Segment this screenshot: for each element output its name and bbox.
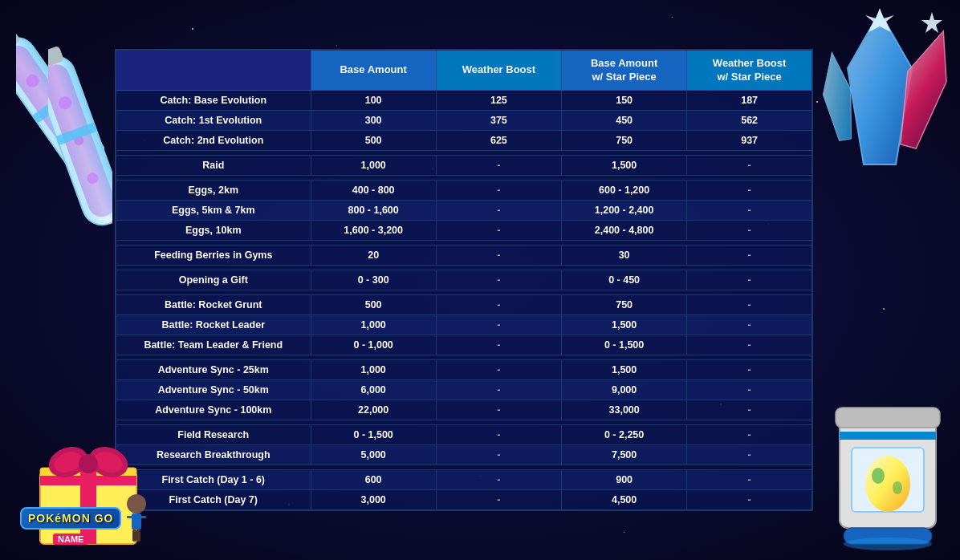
svg-rect-40 bbox=[140, 516, 146, 518]
cell-weather-star: - bbox=[687, 295, 812, 315]
cell-weather: - bbox=[436, 315, 561, 335]
cell-label: Battle: Rocket Grunt bbox=[116, 295, 311, 315]
table-row: Eggs, 10km 1,600 - 3,200 - 2,400 - 4,800… bbox=[116, 221, 812, 241]
cell-label: Adventure Sync - 25km bbox=[116, 360, 311, 380]
cell-base: 0 - 1,000 bbox=[311, 335, 436, 355]
svg-rect-21 bbox=[840, 432, 936, 440]
col-header-weather: Weather Boost bbox=[436, 50, 561, 91]
cell-weather-star: - bbox=[687, 470, 812, 490]
cell-base: 0 - 300 bbox=[311, 270, 436, 290]
cell-weather-star: - bbox=[687, 425, 812, 445]
cell-base-star: 1,500 bbox=[562, 315, 687, 335]
svg-point-23 bbox=[865, 456, 910, 512]
cell-weather-star: - bbox=[687, 360, 812, 380]
cell-base-star: 1,500 bbox=[562, 360, 687, 380]
table-row: Battle: Rocket Grunt 500 - 750 - bbox=[116, 295, 812, 315]
cell-label: Eggs, 10km bbox=[116, 221, 311, 241]
svg-rect-31 bbox=[40, 476, 136, 485]
table-row: Battle: Rocket Leader 1,000 - 1,500 - bbox=[116, 315, 812, 335]
svg-point-25 bbox=[893, 481, 902, 494]
cell-label: Eggs, 2km bbox=[116, 181, 311, 201]
cell-weather-star: - bbox=[687, 270, 812, 290]
cell-base-star: 900 bbox=[562, 470, 687, 490]
table-row: Eggs, 2km 400 - 800 - 600 - 1,200 - bbox=[116, 181, 812, 201]
table-row: First Catch (Day 7) 3,000 - 4,500 - bbox=[116, 490, 812, 511]
logo-name-label: NAME bbox=[53, 534, 88, 545]
cell-label: Opening a Gift bbox=[116, 270, 311, 290]
cell-base-star: 1,200 - 2,400 bbox=[562, 201, 687, 221]
col-header-activity bbox=[116, 50, 311, 91]
cell-base-star: 9,000 bbox=[562, 380, 687, 400]
table-row: Raid 1,000 - 1,500 - bbox=[116, 156, 812, 176]
cell-weather: - bbox=[436, 201, 561, 221]
table-row: Eggs, 5km & 7km 800 - 1,600 - 1,200 - 2,… bbox=[116, 201, 812, 221]
cell-weather: - bbox=[436, 490, 561, 511]
cell-weather: - bbox=[436, 181, 561, 201]
cell-label: Feeding Berries in Gyms bbox=[116, 246, 311, 266]
cell-base: 5,000 bbox=[311, 445, 436, 465]
cell-base-star: 450 bbox=[562, 111, 687, 131]
cell-base: 1,600 - 3,200 bbox=[311, 221, 436, 241]
cell-weather: 125 bbox=[436, 91, 561, 111]
cell-base: 1,000 bbox=[311, 315, 436, 335]
cell-base-star: 4,500 bbox=[562, 490, 687, 511]
cell-base-star: 30 bbox=[562, 246, 687, 266]
svg-rect-41 bbox=[132, 530, 136, 542]
stardust-table-container: Base Amount Weather Boost Base Amountw/ … bbox=[115, 49, 813, 512]
cell-weather-star: - bbox=[687, 445, 812, 465]
cell-weather: - bbox=[436, 360, 561, 380]
cell-base-star: 750 bbox=[562, 295, 687, 315]
stardust-table: Base Amount Weather Boost Base Amountw/ … bbox=[115, 49, 813, 512]
cell-base-star: 0 - 1,500 bbox=[562, 335, 687, 355]
cell-base-star: 600 - 1,200 bbox=[562, 181, 687, 201]
cell-base-star: 7,500 bbox=[562, 445, 687, 465]
cell-weather-star: - bbox=[687, 380, 812, 400]
table-row: Adventure Sync - 50km 6,000 - 9,000 - bbox=[116, 380, 812, 400]
cell-base: 0 - 1,500 bbox=[311, 425, 436, 445]
cell-weather-star: - bbox=[687, 490, 812, 511]
pokemongo-logo-area: POKéMON GO NAME bbox=[20, 507, 121, 546]
cell-weather: - bbox=[436, 425, 561, 445]
cell-base: 800 - 1,600 bbox=[311, 201, 436, 221]
svg-point-37 bbox=[127, 494, 146, 513]
table-row: Battle: Team Leader & Friend 0 - 1,000 -… bbox=[116, 335, 812, 355]
cell-base: 20 bbox=[311, 246, 436, 266]
cell-weather: - bbox=[436, 156, 561, 176]
table-header-row: Base Amount Weather Boost Base Amountw/ … bbox=[116, 50, 812, 91]
cell-label: Catch: 1st Evolution bbox=[116, 111, 311, 131]
col-header-base: Base Amount bbox=[311, 50, 436, 91]
cell-base: 6,000 bbox=[311, 380, 436, 400]
cell-base-star: 0 - 450 bbox=[562, 270, 687, 290]
table-row: Adventure Sync - 100km 22,000 - 33,000 - bbox=[116, 400, 812, 420]
cell-label: Battle: Rocket Leader bbox=[116, 315, 311, 335]
cell-base: 500 bbox=[311, 131, 436, 151]
deco-crystals bbox=[807, 4, 952, 229]
table-row: Catch: 1st Evolution 300 375 450 562 bbox=[116, 111, 812, 131]
cell-base-star: 150 bbox=[562, 91, 687, 111]
deco-egg-incubator bbox=[824, 392, 952, 552]
table-body: Catch: Base Evolution 100 125 150 187 Ca… bbox=[116, 91, 812, 511]
cell-weather-star: - bbox=[687, 181, 812, 201]
cell-base: 500 bbox=[311, 295, 436, 315]
svg-point-36 bbox=[79, 454, 98, 473]
cell-weather: - bbox=[436, 445, 561, 465]
cell-base: 300 bbox=[311, 111, 436, 131]
cell-base: 1,000 bbox=[311, 360, 436, 380]
cell-weather-star: - bbox=[687, 315, 812, 335]
col-header-weather-star: Weather Boostw/ Star Piece bbox=[687, 50, 812, 91]
svg-point-27 bbox=[844, 538, 932, 550]
svg-point-24 bbox=[872, 468, 885, 484]
svg-rect-38 bbox=[132, 513, 141, 530]
cell-label: Eggs, 5km & 7km bbox=[116, 201, 311, 221]
cell-base-star: 33,000 bbox=[562, 400, 687, 420]
cell-base: 400 - 800 bbox=[311, 181, 436, 201]
cell-weather-star: - bbox=[687, 221, 812, 241]
table-row: Adventure Sync - 25km 1,000 - 1,500 - bbox=[116, 360, 812, 380]
cell-weather: 375 bbox=[436, 111, 561, 131]
cell-base-star: 0 - 2,250 bbox=[562, 425, 687, 445]
cell-weather: - bbox=[436, 470, 561, 490]
cell-weather: - bbox=[436, 380, 561, 400]
cell-base: 1,000 bbox=[311, 156, 436, 176]
cell-weather-star: - bbox=[687, 201, 812, 221]
deco-stardust-tube-2 bbox=[48, 40, 112, 252]
